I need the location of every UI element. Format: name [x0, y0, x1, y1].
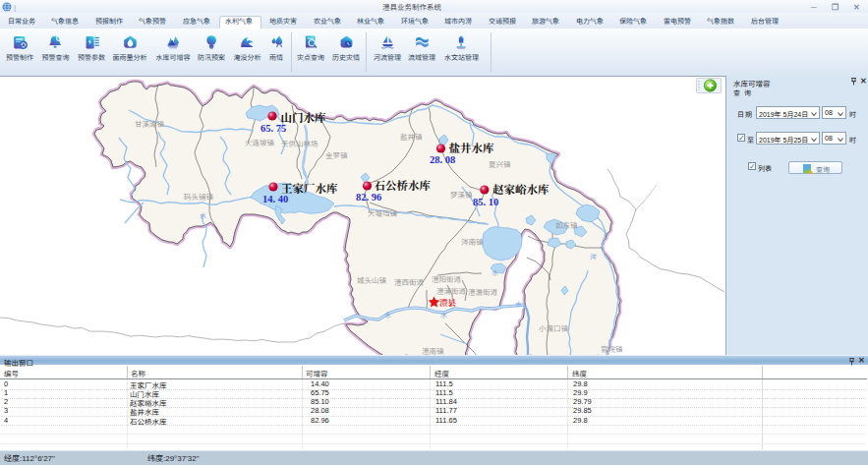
svg-text:官垸镇: 官垸镇 [601, 345, 623, 354]
svg-text:梦溪镇: 梦溪镇 [450, 191, 473, 200]
svg-text:85. 10: 85. 10 [473, 197, 498, 207]
svg-text:澧西街道: 澧西街道 [394, 278, 424, 287]
svg-text:大堰垱镇: 大堰垱镇 [368, 209, 397, 218]
svg-text:澧澹街道: 澧澹街道 [468, 288, 497, 297]
svg-text:城头山镇: 城头山镇 [357, 276, 386, 285]
svg-text:14. 40: 14. 40 [262, 194, 288, 204]
svg-text:火连坡镇: 火连坡镇 [245, 139, 274, 147]
svg-text:石公桥水库: 石公桥水库 [375, 177, 432, 193]
svg-text:夏兴镇: 夏兴镇 [489, 160, 511, 169]
svg-text:盐井镇: 盐井镇 [400, 133, 423, 142]
svg-text:涔: 涔 [590, 254, 597, 261]
svg-text:盐井水库: 盐井水库 [449, 140, 494, 155]
svg-text:码头铺镇: 码头铺镇 [184, 193, 213, 202]
svg-text:水: 水 [200, 212, 206, 219]
svg-text:澧南镇: 澧南镇 [422, 347, 444, 355]
svg-text:甘溪滩镇: 甘溪滩镇 [135, 120, 164, 129]
svg-text:65. 75: 65. 75 [260, 123, 286, 134]
svg-text:如东镇: 如东镇 [555, 221, 578, 230]
svg-text:水: 水 [515, 301, 522, 308]
svg-text:赵家峪水库: 赵家峪水库 [492, 181, 550, 197]
svg-text:天供山林场: 天供山林场 [281, 140, 318, 148]
svg-text:澧阳街道: 澧阳街道 [432, 275, 461, 284]
svg-text:水: 水 [492, 269, 498, 276]
svg-text:小渡口镇: 小渡口镇 [539, 324, 568, 333]
svg-text:82. 96: 82. 96 [356, 192, 381, 203]
svg-text:山门水库: 山门水库 [281, 109, 326, 125]
svg-text:水: 水 [384, 312, 391, 319]
svg-text:澧县: 澧县 [439, 296, 457, 308]
svg-text:王家厂水库: 王家厂水库 [281, 180, 338, 196]
svg-text:涔南镇: 涔南镇 [461, 238, 484, 247]
svg-text:水: 水 [440, 312, 447, 319]
svg-text:28. 08: 28. 08 [430, 154, 455, 165]
svg-text:金罗镇: 金罗镇 [325, 151, 348, 160]
